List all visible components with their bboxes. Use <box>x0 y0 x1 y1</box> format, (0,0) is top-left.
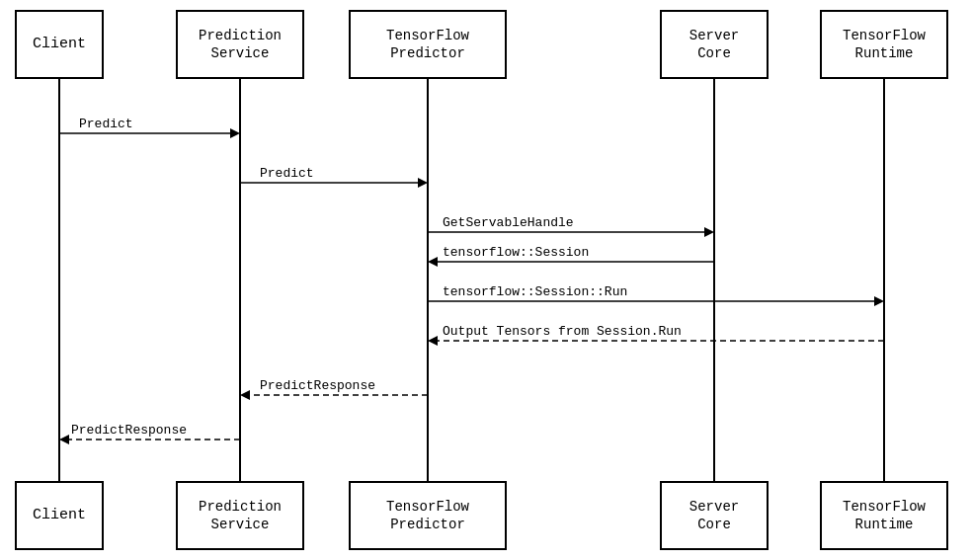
msg-predict-2: Predict <box>260 166 314 181</box>
svg-marker-16 <box>428 336 438 346</box>
msg-predict-response-2: PredictResponse <box>71 423 187 438</box>
diagram-svg <box>0 0 972 560</box>
svg-marker-6 <box>230 128 240 138</box>
actor-server-core-bottom: Server Core <box>660 481 769 550</box>
svg-marker-12 <box>428 257 438 267</box>
actor-tensorflow-predictor-bottom: TensorFlow Predictor <box>349 481 507 550</box>
svg-marker-18 <box>240 390 250 400</box>
sequence-diagram: Client Prediction Service TensorFlow Pre… <box>0 0 972 560</box>
svg-marker-8 <box>418 178 428 188</box>
msg-predict-1: Predict <box>79 117 133 131</box>
actor-prediction-service-top: Prediction Service <box>176 10 304 79</box>
msg-tensorflow-session-run: tensorflow::Session::Run <box>443 284 627 299</box>
actor-server-core-top: Server Core <box>660 10 769 79</box>
msg-output-tensors: Output Tensors from Session.Run <box>443 324 682 339</box>
msg-tensorflow-session: tensorflow::Session <box>443 245 589 260</box>
msg-predict-response-1: PredictResponse <box>260 378 375 393</box>
svg-marker-20 <box>59 435 69 444</box>
actor-client-top: Client <box>15 10 104 79</box>
actor-client-bottom: Client <box>15 481 104 550</box>
actor-tensorflow-runtime-top: TensorFlow Runtime <box>820 10 948 79</box>
actor-tensorflow-predictor-top: TensorFlow Predictor <box>349 10 507 79</box>
svg-marker-14 <box>874 296 884 306</box>
msg-get-servable-handle: GetServableHandle <box>443 215 574 230</box>
actor-prediction-service-bottom: Prediction Service <box>176 481 304 550</box>
actor-tensorflow-runtime-bottom: TensorFlow Runtime <box>820 481 948 550</box>
svg-marker-10 <box>704 227 714 237</box>
